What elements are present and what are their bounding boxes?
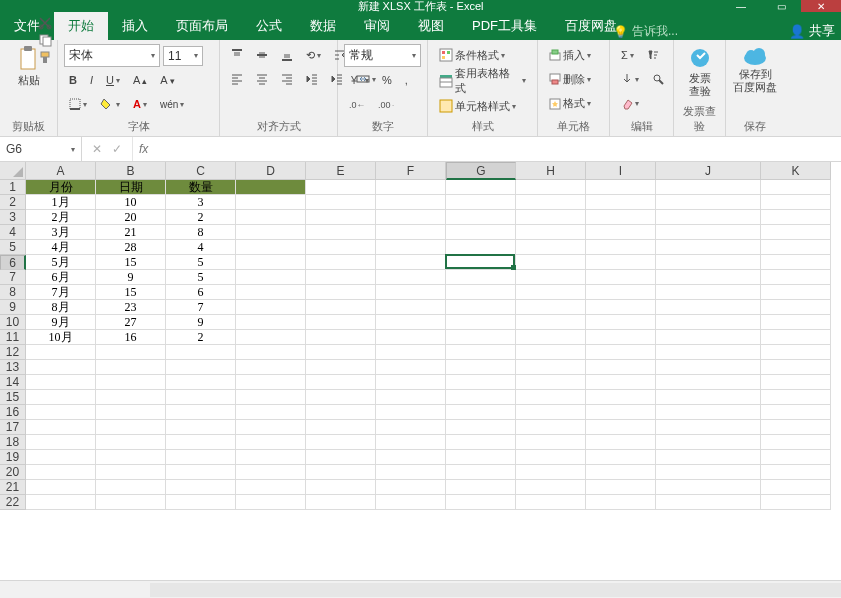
tab-页面布局[interactable]: 页面布局: [162, 12, 242, 40]
cell-F17[interactable]: [376, 420, 446, 435]
cell-D5[interactable]: [236, 240, 306, 255]
cell-B15[interactable]: [96, 390, 166, 405]
cell-H2[interactable]: [516, 195, 586, 210]
close-icon[interactable]: ✕: [801, 0, 841, 12]
tell-me[interactable]: 💡 告诉我...: [605, 23, 686, 40]
tab-开始[interactable]: 开始: [54, 12, 108, 40]
cell-H18[interactable]: [516, 435, 586, 450]
cell-A14[interactable]: [26, 375, 96, 390]
cell-I6[interactable]: [586, 255, 656, 270]
cell-K21[interactable]: [761, 480, 831, 495]
fx-icon[interactable]: fx: [133, 142, 154, 156]
cell-E22[interactable]: [306, 495, 376, 510]
cell-C13[interactable]: [166, 360, 236, 375]
cell-F7[interactable]: [376, 270, 446, 285]
cell-E1[interactable]: [306, 180, 376, 195]
find-select-icon[interactable]: [647, 70, 669, 88]
cell-F10[interactable]: [376, 315, 446, 330]
cell-A12[interactable]: [26, 345, 96, 360]
cell-G19[interactable]: [446, 450, 516, 465]
cell-B7[interactable]: 9: [96, 270, 166, 285]
cell-C7[interactable]: 5: [166, 270, 236, 285]
cell-E8[interactable]: [306, 285, 376, 300]
increase-font-icon[interactable]: A▴: [128, 71, 152, 89]
cell-D8[interactable]: [236, 285, 306, 300]
row-header-22[interactable]: 22: [0, 495, 26, 510]
row-header-1[interactable]: 1: [0, 180, 26, 195]
cell-J19[interactable]: [656, 450, 761, 465]
col-header-F[interactable]: F: [376, 162, 446, 180]
row-header-7[interactable]: 7: [0, 270, 26, 285]
cell-E4[interactable]: [306, 225, 376, 240]
cell-F8[interactable]: [376, 285, 446, 300]
cell-C16[interactable]: [166, 405, 236, 420]
cell-A16[interactable]: [26, 405, 96, 420]
cell-H5[interactable]: [516, 240, 586, 255]
cell-E19[interactable]: [306, 450, 376, 465]
cell-F9[interactable]: [376, 300, 446, 315]
cell-J20[interactable]: [656, 465, 761, 480]
col-header-H[interactable]: H: [516, 162, 586, 180]
cell-F2[interactable]: [376, 195, 446, 210]
delete-cells-button[interactable]: 删除▾: [544, 69, 596, 90]
row-header-5[interactable]: 5: [0, 240, 26, 255]
cell-J4[interactable]: [656, 225, 761, 240]
cell-A22[interactable]: [26, 495, 96, 510]
enter-formula-icon[interactable]: ✓: [112, 142, 122, 156]
cell-F5[interactable]: [376, 240, 446, 255]
cell-G10[interactable]: [446, 315, 516, 330]
cell-E9[interactable]: [306, 300, 376, 315]
fill-color-button[interactable]: ▾: [95, 94, 125, 114]
cell-E12[interactable]: [306, 345, 376, 360]
cell-K6[interactable]: [761, 255, 831, 270]
cell-D9[interactable]: [236, 300, 306, 315]
cell-H22[interactable]: [516, 495, 586, 510]
cell-J10[interactable]: [656, 315, 761, 330]
tab-审阅[interactable]: 审阅: [350, 12, 404, 40]
cut-icon[interactable]: [38, 16, 52, 30]
row-header-16[interactable]: 16: [0, 405, 26, 420]
cell-I17[interactable]: [586, 420, 656, 435]
cell-H17[interactable]: [516, 420, 586, 435]
horizontal-scrollbar[interactable]: [0, 580, 841, 598]
col-header-A[interactable]: A: [26, 162, 96, 180]
cell-D21[interactable]: [236, 480, 306, 495]
cell-C3[interactable]: 2: [166, 210, 236, 225]
cell-I7[interactable]: [586, 270, 656, 285]
cell-F13[interactable]: [376, 360, 446, 375]
cell-G9[interactable]: [446, 300, 516, 315]
increase-decimal-icon[interactable]: .0←.00: [344, 96, 370, 112]
row-header-19[interactable]: 19: [0, 450, 26, 465]
cell-D12[interactable]: [236, 345, 306, 360]
comma-format-icon[interactable]: ,: [400, 71, 413, 89]
align-top-icon[interactable]: [226, 46, 248, 64]
cell-G14[interactable]: [446, 375, 516, 390]
cell-K9[interactable]: [761, 300, 831, 315]
share-button[interactable]: 👤 共享: [789, 22, 835, 40]
row-header-10[interactable]: 10: [0, 315, 26, 330]
row-header-6[interactable]: 6: [0, 255, 26, 270]
cell-G15[interactable]: [446, 390, 516, 405]
row-header-12[interactable]: 12: [0, 345, 26, 360]
cell-I8[interactable]: [586, 285, 656, 300]
cell-F6[interactable]: [376, 255, 446, 270]
cell-F12[interactable]: [376, 345, 446, 360]
cell-K17[interactable]: [761, 420, 831, 435]
cell-E15[interactable]: [306, 390, 376, 405]
select-all-corner[interactable]: [0, 162, 26, 180]
cell-D15[interactable]: [236, 390, 306, 405]
align-middle-icon[interactable]: [251, 46, 273, 64]
cell-C10[interactable]: 9: [166, 315, 236, 330]
font-name-select[interactable]: 宋体▾: [64, 44, 160, 67]
cell-F1[interactable]: [376, 180, 446, 195]
accounting-format-icon[interactable]: ¥▾: [344, 71, 374, 89]
cell-K11[interactable]: [761, 330, 831, 345]
cell-J16[interactable]: [656, 405, 761, 420]
row-header-14[interactable]: 14: [0, 375, 26, 390]
cell-B10[interactable]: 27: [96, 315, 166, 330]
cell-F15[interactable]: [376, 390, 446, 405]
decrease-decimal-icon[interactable]: .00→.0: [373, 96, 399, 112]
cell-I3[interactable]: [586, 210, 656, 225]
cell-B12[interactable]: [96, 345, 166, 360]
cell-D22[interactable]: [236, 495, 306, 510]
